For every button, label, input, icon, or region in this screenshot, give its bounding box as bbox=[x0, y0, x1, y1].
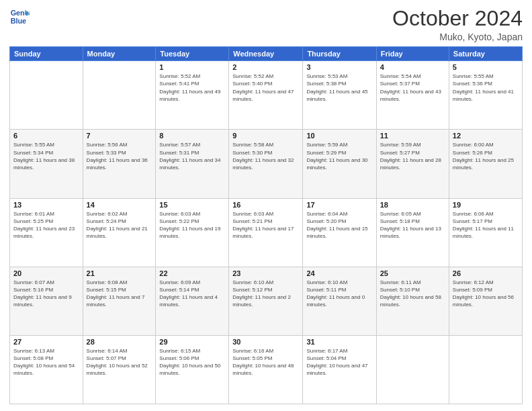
day-info: Sunrise: 6:07 AM Sunset: 5:16 PM Dayligh… bbox=[13, 279, 79, 309]
day-cell: 1Sunrise: 5:52 AM Sunset: 5:41 PM Daylig… bbox=[156, 61, 229, 130]
day-info: Sunrise: 5:53 AM Sunset: 5:38 PM Dayligh… bbox=[306, 73, 372, 103]
weekday-header-row: SundayMondayTuesdayWednesdayThursdayFrid… bbox=[10, 47, 523, 61]
day-info: Sunrise: 5:55 AM Sunset: 5:36 PM Dayligh… bbox=[453, 73, 519, 103]
day-cell: 8Sunrise: 5:57 AM Sunset: 5:31 PM Daylig… bbox=[156, 130, 229, 198]
day-cell: 17Sunrise: 6:04 AM Sunset: 5:20 PM Dayli… bbox=[303, 198, 376, 267]
day-cell: 18Sunrise: 6:05 AM Sunset: 5:18 PM Dayli… bbox=[376, 198, 449, 267]
day-info: Sunrise: 6:15 AM Sunset: 5:06 PM Dayligh… bbox=[159, 347, 225, 377]
day-info: Sunrise: 6:04 AM Sunset: 5:20 PM Dayligh… bbox=[306, 210, 372, 240]
day-info: Sunrise: 5:59 AM Sunset: 5:29 PM Dayligh… bbox=[306, 141, 372, 171]
day-info: Sunrise: 5:54 AM Sunset: 5:37 PM Dayligh… bbox=[380, 73, 445, 103]
day-info: Sunrise: 6:17 AM Sunset: 5:04 PM Dayligh… bbox=[306, 347, 372, 377]
day-cell: 13Sunrise: 6:01 AM Sunset: 5:25 PM Dayli… bbox=[10, 198, 83, 267]
day-info: Sunrise: 6:05 AM Sunset: 5:18 PM Dayligh… bbox=[380, 210, 445, 240]
day-number: 20 bbox=[13, 269, 79, 277]
day-info: Sunrise: 6:14 AM Sunset: 5:07 PM Dayligh… bbox=[87, 347, 152, 377]
day-cell: 15Sunrise: 6:03 AM Sunset: 5:22 PM Dayli… bbox=[156, 198, 229, 267]
day-cell: 22Sunrise: 6:09 AM Sunset: 5:14 PM Dayli… bbox=[156, 267, 229, 335]
day-number: 12 bbox=[453, 132, 519, 140]
day-number: 3 bbox=[306, 63, 372, 71]
day-info: Sunrise: 5:59 AM Sunset: 5:27 PM Dayligh… bbox=[380, 141, 445, 171]
day-info: Sunrise: 6:01 AM Sunset: 5:25 PM Dayligh… bbox=[13, 210, 79, 240]
day-cell: 11Sunrise: 5:59 AM Sunset: 5:27 PM Dayli… bbox=[376, 130, 449, 198]
day-cell: 3Sunrise: 5:53 AM Sunset: 5:38 PM Daylig… bbox=[303, 61, 376, 130]
day-info: Sunrise: 5:57 AM Sunset: 5:31 PM Dayligh… bbox=[159, 141, 225, 171]
week-row-2: 6Sunrise: 5:55 AM Sunset: 5:34 PM Daylig… bbox=[10, 130, 523, 198]
day-number: 28 bbox=[87, 338, 152, 346]
week-row-5: 27Sunrise: 6:13 AM Sunset: 5:08 PM Dayli… bbox=[10, 335, 523, 404]
day-info: Sunrise: 6:10 AM Sunset: 5:11 PM Dayligh… bbox=[306, 279, 372, 309]
day-number: 8 bbox=[159, 132, 225, 140]
day-number: 5 bbox=[453, 63, 519, 71]
day-cell: 23Sunrise: 6:10 AM Sunset: 5:12 PM Dayli… bbox=[229, 267, 303, 335]
day-number: 13 bbox=[13, 201, 79, 209]
day-number: 16 bbox=[232, 201, 299, 209]
day-number: 6 bbox=[13, 132, 79, 140]
logo-icon: General Blue bbox=[9, 7, 30, 27]
day-number: 30 bbox=[232, 338, 299, 346]
title-block: October 2024 Muko, Kyoto, Japan bbox=[392, 7, 523, 42]
day-cell: 16Sunrise: 6:03 AM Sunset: 5:21 PM Dayli… bbox=[229, 198, 303, 267]
day-cell: 28Sunrise: 6:14 AM Sunset: 5:07 PM Dayli… bbox=[83, 335, 156, 404]
day-info: Sunrise: 6:11 AM Sunset: 5:10 PM Dayligh… bbox=[380, 279, 445, 309]
day-info: Sunrise: 6:00 AM Sunset: 5:26 PM Dayligh… bbox=[453, 141, 519, 171]
day-number: 21 bbox=[87, 269, 152, 277]
day-cell: 29Sunrise: 6:15 AM Sunset: 5:06 PM Dayli… bbox=[156, 335, 229, 404]
day-cell bbox=[376, 335, 449, 404]
day-number: 1 bbox=[159, 63, 225, 71]
logo: General Blue bbox=[9, 7, 30, 27]
day-cell: 27Sunrise: 6:13 AM Sunset: 5:08 PM Dayli… bbox=[10, 335, 83, 404]
day-cell: 26Sunrise: 6:12 AM Sunset: 5:09 PM Dayli… bbox=[449, 267, 522, 335]
day-number: 17 bbox=[306, 201, 372, 209]
day-info: Sunrise: 6:03 AM Sunset: 5:22 PM Dayligh… bbox=[159, 210, 225, 240]
day-number: 15 bbox=[159, 201, 225, 209]
day-cell: 20Sunrise: 6:07 AM Sunset: 5:16 PM Dayli… bbox=[10, 267, 83, 335]
day-info: Sunrise: 6:12 AM Sunset: 5:09 PM Dayligh… bbox=[453, 279, 519, 309]
svg-text:Blue: Blue bbox=[11, 17, 26, 25]
day-number: 14 bbox=[87, 201, 152, 209]
day-info: Sunrise: 6:03 AM Sunset: 5:21 PM Dayligh… bbox=[232, 210, 299, 240]
day-number: 7 bbox=[87, 132, 152, 140]
day-info: Sunrise: 6:10 AM Sunset: 5:12 PM Dayligh… bbox=[232, 279, 299, 309]
day-number: 19 bbox=[453, 201, 519, 209]
day-info: Sunrise: 6:02 AM Sunset: 5:24 PM Dayligh… bbox=[87, 210, 152, 240]
weekday-header-wednesday: Wednesday bbox=[229, 47, 303, 61]
day-cell: 6Sunrise: 5:55 AM Sunset: 5:34 PM Daylig… bbox=[10, 130, 83, 198]
day-info: Sunrise: 6:16 AM Sunset: 5:05 PM Dayligh… bbox=[232, 347, 299, 377]
week-row-3: 13Sunrise: 6:01 AM Sunset: 5:25 PM Dayli… bbox=[10, 198, 523, 267]
day-number: 31 bbox=[306, 338, 372, 346]
day-cell: 21Sunrise: 6:08 AM Sunset: 5:15 PM Dayli… bbox=[83, 267, 156, 335]
day-cell: 4Sunrise: 5:54 AM Sunset: 5:37 PM Daylig… bbox=[376, 61, 449, 130]
day-cell: 31Sunrise: 6:17 AM Sunset: 5:04 PM Dayli… bbox=[303, 335, 376, 404]
weekday-header-sunday: Sunday bbox=[10, 47, 83, 61]
day-cell: 5Sunrise: 5:55 AM Sunset: 5:36 PM Daylig… bbox=[449, 61, 522, 130]
day-cell bbox=[449, 335, 522, 404]
day-cell: 2Sunrise: 5:52 AM Sunset: 5:40 PM Daylig… bbox=[229, 61, 303, 130]
day-cell bbox=[10, 61, 83, 130]
day-info: Sunrise: 6:13 AM Sunset: 5:08 PM Dayligh… bbox=[13, 347, 79, 377]
weekday-header-monday: Monday bbox=[83, 47, 156, 61]
day-number: 4 bbox=[380, 63, 445, 71]
day-cell: 24Sunrise: 6:10 AM Sunset: 5:11 PM Dayli… bbox=[303, 267, 376, 335]
weekday-header-tuesday: Tuesday bbox=[156, 47, 229, 61]
weekday-header-thursday: Thursday bbox=[303, 47, 376, 61]
day-number: 9 bbox=[232, 132, 299, 140]
day-info: Sunrise: 5:58 AM Sunset: 5:30 PM Dayligh… bbox=[232, 141, 299, 171]
day-number: 26 bbox=[453, 269, 519, 277]
day-number: 27 bbox=[13, 338, 79, 346]
day-info: Sunrise: 6:06 AM Sunset: 5:17 PM Dayligh… bbox=[453, 210, 519, 240]
calendar-page: General Blue October 2024 Muko, Kyoto, J… bbox=[0, 0, 532, 411]
day-cell: 7Sunrise: 5:56 AM Sunset: 5:33 PM Daylig… bbox=[83, 130, 156, 198]
calendar-table: SundayMondayTuesdayWednesdayThursdayFrid… bbox=[9, 46, 523, 404]
weekday-header-friday: Friday bbox=[376, 47, 449, 61]
day-info: Sunrise: 6:08 AM Sunset: 5:15 PM Dayligh… bbox=[87, 279, 152, 309]
day-number: 11 bbox=[380, 132, 445, 140]
header: General Blue October 2024 Muko, Kyoto, J… bbox=[9, 7, 523, 42]
day-number: 10 bbox=[306, 132, 372, 140]
weekday-header-saturday: Saturday bbox=[449, 47, 522, 61]
day-info: Sunrise: 5:52 AM Sunset: 5:40 PM Dayligh… bbox=[232, 73, 299, 103]
day-number: 23 bbox=[232, 269, 299, 277]
day-cell: 30Sunrise: 6:16 AM Sunset: 5:05 PM Dayli… bbox=[229, 335, 303, 404]
day-cell bbox=[83, 61, 156, 130]
calendar-subtitle: Muko, Kyoto, Japan bbox=[392, 32, 523, 42]
